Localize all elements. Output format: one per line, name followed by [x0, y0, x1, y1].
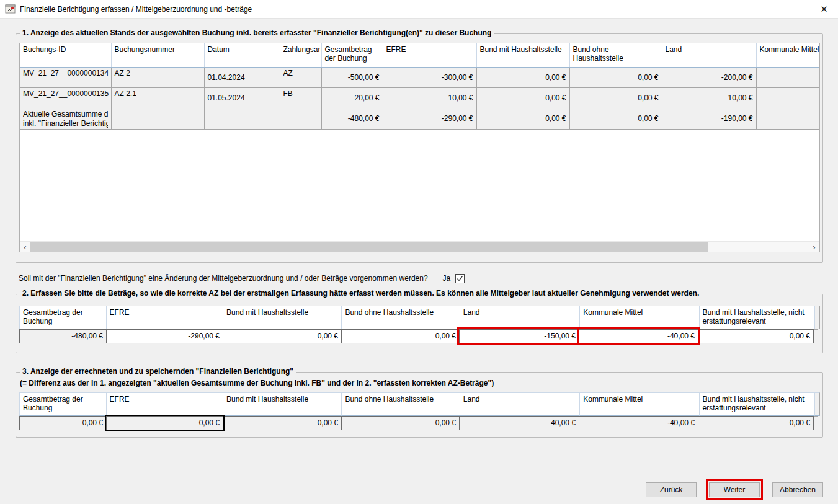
cell-bund-mit: 0,00 €	[476, 108, 569, 129]
cell-datum: 01.05.2024	[204, 87, 280, 108]
cell-gesamtbetrag: 20,00 €	[321, 87, 383, 108]
bookings-table-viewport: Buchungs-ID Buchungsnummer Datum Zahlung…	[19, 43, 820, 252]
cell-gesamtbetrag: -500,00 €	[321, 67, 383, 87]
col-header-land: Land	[662, 43, 756, 67]
cell-efre: 10,00 €	[383, 87, 476, 108]
bookings-table: Buchungs-ID Buchungsnummer Datum Zahlung…	[20, 43, 820, 130]
table-row-booking-2[interactable]: MV_21_27__0000000135 AZ 2.1 01.05.2024 F…	[20, 87, 820, 108]
col-header-bund-ohne: Bund ohne Haushaltsstelle	[569, 43, 662, 67]
cell-buchungs-id: MV_21_27__0000000135	[20, 87, 111, 108]
cancel-button[interactable]: Abbrechen	[772, 482, 823, 497]
col-header-efre: EFRE	[383, 43, 476, 67]
col-header-land: Land	[460, 392, 580, 416]
correct-amounts-table: Gesamtbetrag der Buchung EFRE Bund mit H…	[19, 306, 820, 343]
correct-amounts-header-row: Gesamtbetrag der Buchung EFRE Bund mit H…	[19, 306, 820, 329]
section-1-groupbox: 1. Anzeige des aktuellen Stands der ausg…	[16, 33, 823, 263]
input-bund-ohne[interactable]: 0,00 €	[341, 329, 460, 343]
cell-kommunale-mittel	[756, 67, 820, 87]
cell-zahlungsart: AZ	[280, 67, 321, 87]
table-empty-area	[20, 130, 819, 242]
col-header-kommunale-mittel: Kommunale Mittel	[580, 306, 699, 329]
table-row-booking-1[interactable]: MV_21_27__0000000134 AZ 2 01.04.2024 AZ …	[20, 67, 820, 87]
col-header-bund-ohne: Bund ohne Haushaltsstelle	[342, 306, 460, 329]
sum-label-line1: Aktuelle Gesamtsumme der Buchung	[23, 110, 108, 119]
window-title: Finanzielle Berichtigung erfassen / Mitt…	[20, 5, 252, 14]
cell-kommunale-mittel	[756, 108, 820, 129]
section-3-groupbox: 3. Anzeige der errechneten und zu speich…	[16, 372, 823, 438]
input-gesamtbetrag: -480,00 €	[19, 329, 107, 343]
ja-label: Ja	[443, 274, 451, 283]
cell-datum: 01.04.2024	[204, 67, 280, 87]
result-bund-mit-nicht-erstattungsrelevant: 0,00 €	[698, 416, 814, 430]
col-header-gesamtbetrag: Gesamtbetrag der Buchung	[321, 43, 383, 67]
scroll-left-icon[interactable]: ‹	[20, 242, 30, 252]
back-button[interactable]: Zurück	[646, 482, 697, 497]
cell-bund-ohne: 0,00 €	[569, 108, 662, 129]
sum-label-line2: inkl. "Finanzieller Berichtigung(en)"	[23, 119, 108, 128]
result-efre-focused[interactable]: 0,00 €	[106, 416, 223, 430]
col-header-bund-mit: Bund mit Haushaltsstelle	[476, 43, 569, 67]
result-land: 40,00 €	[459, 416, 579, 430]
scroll-right-icon[interactable]: ›	[809, 242, 819, 252]
question-text: Soll mit der "Finanziellen Berichtigung"…	[19, 274, 428, 283]
table-right-strip	[813, 416, 818, 430]
col-header-buchungsnummer: Buchungsnummer	[111, 43, 204, 67]
col-header-zahlungsart: Zahlungsart	[280, 43, 321, 67]
section-2-groupbox: 2. Erfassen Sie bitte die Beträge, so wi…	[16, 294, 823, 353]
input-bund-mit[interactable]: 0,00 €	[223, 329, 342, 343]
cell-land: -200,00 €	[662, 67, 756, 87]
input-kommunale-mittel-highlighted[interactable]: -40,00 €	[579, 329, 698, 343]
horizontal-scrollbar[interactable]: ‹ ›	[20, 241, 819, 252]
col-header-bund-mit: Bund mit Haushaltsstelle	[223, 306, 342, 329]
scrollbar-thumb[interactable]	[30, 242, 708, 252]
col-header-datum: Datum	[204, 43, 280, 67]
bookings-header-row: Buchungs-ID Buchungsnummer Datum Zahlung…	[20, 43, 820, 67]
col-header-bund-mit: Bund mit Haushaltsstelle	[223, 392, 342, 416]
input-bund-mit-nicht-erstattungsrelevant[interactable]: 0,00 €	[698, 329, 814, 343]
dialog-window: Finanzielle Berichtigung erfassen / Mitt…	[0, 0, 838, 497]
cell-kommunale-mittel	[756, 87, 820, 108]
checkmark-icon	[457, 275, 463, 282]
table-right-strip	[813, 329, 818, 343]
correction-result-header-row: Gesamtbetrag der Buchung EFRE Bund mit H…	[19, 392, 820, 416]
app-icon	[5, 4, 16, 14]
cell-efre: -300,00 €	[383, 67, 476, 87]
cell-land: -190,00 €	[662, 108, 756, 129]
ja-checkbox[interactable]	[455, 274, 465, 283]
correction-result-value-row: 0,00 € 0,00 € 0,00 € 0,00 € 40,00 € -40,…	[19, 416, 820, 430]
cell-datum	[204, 108, 280, 129]
cell-sum-label: Aktuelle Gesamtsumme der Buchung inkl. "…	[20, 108, 111, 129]
question-row: Soll mit der "Finanziellen Berichtigung"…	[19, 273, 823, 284]
cell-buchungsnummer: AZ 2.1	[111, 87, 204, 108]
correct-amounts-value-row: -480,00 € -290,00 € 0,00 € 0,00 € -150,0…	[19, 329, 820, 343]
close-icon[interactable]: ✕	[810, 0, 838, 19]
col-header-efre: EFRE	[107, 306, 223, 329]
table-right-strip	[815, 306, 820, 329]
section-1-title: 1. Anzeige des aktuellen Stands der ausg…	[20, 29, 494, 37]
cell-bund-mit: 0,00 €	[476, 67, 569, 87]
result-bund-ohne: 0,00 €	[341, 416, 460, 430]
cell-gesamtbetrag: -480,00 €	[321, 108, 383, 129]
result-bund-mit: 0,00 €	[223, 416, 342, 430]
input-land-highlighted[interactable]: -150,00 €	[459, 329, 579, 343]
col-header-bund-ohne: Bund ohne Haushaltsstelle	[342, 392, 460, 416]
cell-bund-ohne: 0,00 €	[569, 87, 662, 108]
cell-buchungsnummer: AZ 2	[111, 67, 204, 87]
cell-buchungs-id: MV_21_27__0000000134	[20, 67, 111, 87]
section-3-title-line1: 3. Anzeige der errechneten und zu speich…	[20, 367, 296, 376]
dialog-content: 1. Anzeige des aktuellen Stands der ausg…	[0, 19, 838, 497]
correction-result-table: Gesamtbetrag der Buchung EFRE Bund mit H…	[19, 392, 820, 430]
input-efre[interactable]: -290,00 €	[106, 329, 223, 343]
col-header-kommunale-mittel: Kommunale Mittel	[756, 43, 820, 67]
scrollbar-track[interactable]	[30, 242, 809, 252]
cell-zahlungsart	[280, 108, 321, 129]
col-header-gesamtbetrag: Gesamtbetrag der Buchung	[19, 306, 107, 329]
cell-bund-ohne: 0,00 €	[569, 67, 662, 87]
table-row-sum[interactable]: Aktuelle Gesamtsumme der Buchung inkl. "…	[20, 108, 820, 129]
section-2-title: 2. Erfassen Sie bitte die Beträge, so wi…	[20, 289, 702, 298]
col-header-bund-mit-nicht-erstattungsrelevant: Bund mit Haushaltsstelle, nicht erstattu…	[700, 392, 815, 416]
next-button-highlighted[interactable]: Weiter	[709, 482, 760, 497]
col-header-kommunale-mittel: Kommunale Mittel	[580, 392, 699, 416]
cell-zahlungsart: FB	[280, 87, 321, 108]
col-header-efre: EFRE	[107, 392, 223, 416]
